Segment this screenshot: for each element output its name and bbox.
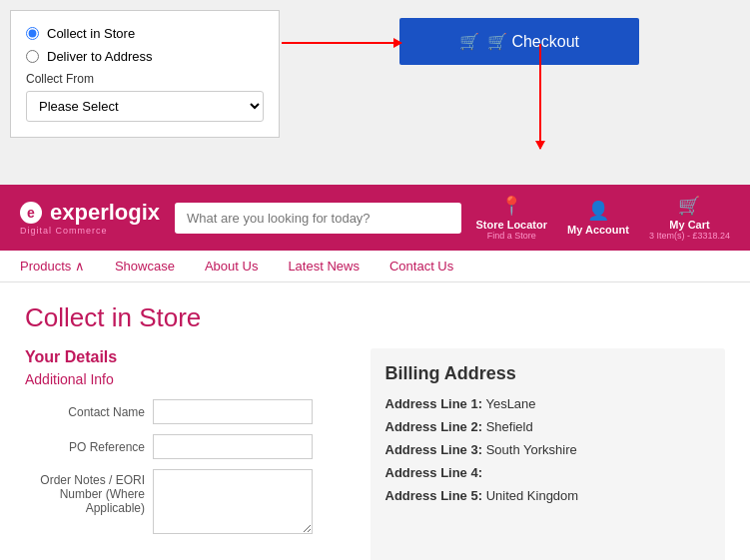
your-details-title: Your Details [25,348,351,366]
collect-from-select[interactable]: Please Select [26,91,264,122]
store-locator-sub: Find a Store [487,231,536,241]
nav-products[interactable]: Products ∧ [20,259,85,274]
cart-header-icon: 🛒 [678,195,700,217]
account-icon: 👤 [587,200,609,222]
nav-bar: Products ∧ Showcase About Us Latest News… [0,251,750,282]
nav-showcase[interactable]: Showcase [115,259,175,274]
site-header: e experlogix Digital Commerce 📍 Store Lo… [0,185,750,251]
delivery-options-box: Collect in Store Deliver to Address Coll… [10,10,280,138]
contact-name-row: Contact Name [25,399,351,424]
billing-title: Billing Address [385,363,711,384]
billing-label-2: Address Line 2: [385,419,483,434]
billing-label-5: Address Line 5: [385,488,483,503]
page-title: Collect in Store [25,302,725,333]
header-icons: 📍 Store Locator Find a Store 👤 My Accoun… [476,195,731,241]
collect-in-store-option[interactable]: Collect in Store [26,26,264,41]
po-reference-row: PO Reference [25,434,351,459]
billing-value-1: YesLane [485,396,535,411]
billing-value-3: South Yorkshire [486,442,577,457]
logo-text: experlogix [50,200,160,226]
my-account-button[interactable]: 👤 My Account [567,200,629,236]
deliver-to-address-radio[interactable] [26,50,39,63]
store-locator-button[interactable]: 📍 Store Locator Find a Store [476,195,548,241]
location-icon: 📍 [500,195,522,217]
po-reference-input[interactable] [153,434,313,459]
deliver-to-address-option[interactable]: Deliver to Address [26,49,264,64]
cart-icon: 🛒 [459,32,479,51]
billing-line-3: Address Line 3: South Yorkshire [385,442,711,457]
contact-name-label: Contact Name [25,405,145,419]
checkout-button[interactable]: 🛒 🛒 Checkout [399,18,639,65]
search-input[interactable] [175,203,460,234]
billing-label-1: Address Line 1: [385,396,483,411]
order-notes-row: Order Notes / EORI Number (Where Applica… [25,469,351,534]
logo-icon: e [20,202,42,224]
annotation-area: Collect in Store Deliver to Address Coll… [0,0,750,185]
billing-line-4: Address Line 4: [385,465,711,480]
billing-address-panel: Billing Address Address Line 1: YesLane … [371,348,726,560]
additional-info-title: Additional Info [25,371,351,387]
collect-from-label: Collect From [26,72,264,86]
arrow-down [539,44,541,149]
billing-line-2: Address Line 2: Shefield [385,419,711,434]
billing-value-5: United Kingdom [486,488,579,503]
cart-sub: 3 Item(s) - £3318.24 [649,231,730,241]
order-notes-input[interactable] [153,469,313,534]
left-column: Your Details Additional Info Contact Nam… [25,348,351,560]
my-cart-button[interactable]: 🛒 My Cart 3 Item(s) - £3318.24 [649,195,730,241]
order-notes-label: Order Notes / EORI Number (Where Applica… [25,469,145,515]
billing-line-5: Address Line 5: United Kingdom [385,488,711,503]
nav-contact[interactable]: Contact Us [389,259,453,274]
billing-value-2: Shefield [486,419,533,434]
logo-subtitle: Digital Commerce [20,226,160,236]
deliver-to-address-label: Deliver to Address [47,49,153,64]
logo-area: e experlogix Digital Commerce [20,200,160,236]
cart-label: My Cart [669,219,709,231]
collect-in-store-radio[interactable] [26,27,39,40]
logo: e experlogix [20,200,160,226]
billing-line-1: Address Line 1: YesLane [385,396,711,411]
billing-label-4: Address Line 4: [385,465,483,480]
main-content: Collect in Store Your Details Additional… [0,282,750,560]
contact-name-input[interactable] [153,399,313,424]
billing-label-3: Address Line 3: [385,442,483,457]
bottom-buttons: Back Next [25,554,351,560]
nav-about[interactable]: About Us [205,259,258,274]
checkout-label: 🛒 Checkout [487,32,579,51]
two-column-layout: Your Details Additional Info Contact Nam… [25,348,725,560]
store-locator-label: Store Locator [476,219,548,231]
account-label: My Account [567,224,629,236]
collect-in-store-label: Collect in Store [47,26,135,41]
arrow-right [282,42,401,44]
nav-news[interactable]: Latest News [288,259,360,274]
po-reference-label: PO Reference [25,440,145,454]
